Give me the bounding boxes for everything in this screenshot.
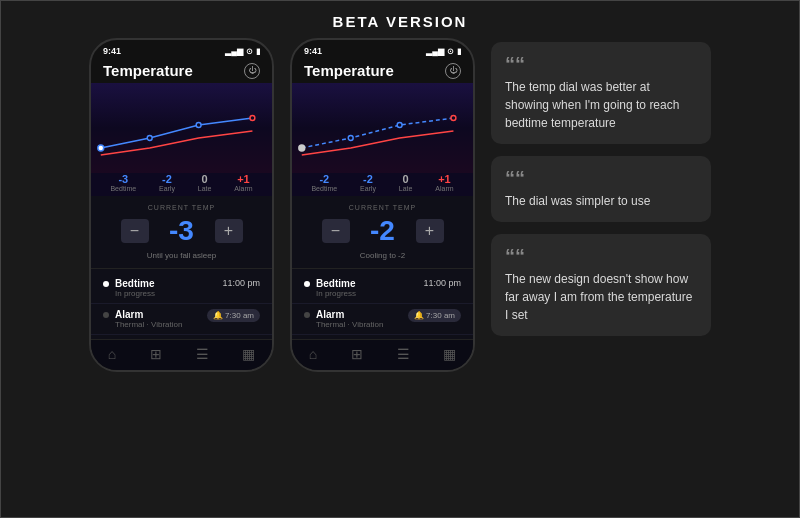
schedule-section-2: Bedtime In progress 11:00 pm Alarm Therm… xyxy=(292,268,473,339)
schedule-info-bedtime-1: Bedtime In progress xyxy=(115,278,216,298)
schedule-sub-alarm-1: Thermal · Vibration xyxy=(115,320,201,329)
label-val-alarm-1: +1 xyxy=(234,173,252,185)
schedule-dot-bedtime-1 xyxy=(103,281,109,287)
quote-card-1: ““ The temp dial was better at showing w… xyxy=(491,42,711,144)
quotes-section: ““ The temp dial was better at showing w… xyxy=(491,38,711,336)
schedule-alarm-2: Alarm Thermal · Vibration 🔔 7:30 am xyxy=(292,304,473,335)
phone-2: 9:41 ▂▄▆ ⊙ ▮ Temperature ⏻ xyxy=(290,38,475,372)
label-val-bedtime-1: -3 xyxy=(110,173,136,185)
nav-home-1[interactable]: ⌂ xyxy=(108,346,116,362)
label-name-early-2: Early xyxy=(360,185,376,192)
temp-minus-1[interactable]: − xyxy=(121,219,149,243)
schedule-name-alarm-2: Alarm xyxy=(316,309,402,320)
power-icon-1[interactable]: ⏻ xyxy=(244,63,260,79)
status-bar-2: 9:41 ▂▄▆ ⊙ ▮ xyxy=(292,40,473,58)
label-val-alarm-2: +1 xyxy=(435,173,453,185)
schedule-dot-alarm-1 xyxy=(103,312,109,318)
schedule-badge-alarm-2: 🔔 7:30 am xyxy=(408,309,461,322)
svg-point-7 xyxy=(451,116,456,121)
schedule-section-1: Bedtime In progress 11:00 pm Alarm Therm… xyxy=(91,268,272,339)
svg-point-4 xyxy=(299,145,305,151)
svg-point-2 xyxy=(196,123,201,128)
schedule-dot-alarm-2 xyxy=(304,312,310,318)
temp-sub-1: Until you fall asleep xyxy=(103,251,260,260)
label-name-alarm-2: Alarm xyxy=(435,185,453,192)
svg-point-3 xyxy=(250,116,255,121)
signal-icon-2: ▂▄▆ xyxy=(426,47,444,56)
label-name-late-2: Late xyxy=(399,185,413,192)
bottom-nav-2: ⌂ ⊞ ☰ ▦ xyxy=(292,339,473,370)
schedule-sub-alarm-2: Thermal · Vibration xyxy=(316,320,402,329)
quote-mark-1: ““ xyxy=(505,54,697,74)
schedule-name-bedtime-1: Bedtime xyxy=(115,278,216,289)
page-title: BETA VERSION xyxy=(333,1,468,38)
schedule-name-bedtime-2: Bedtime xyxy=(316,278,417,289)
chart-labels-2: -2 Bedtime -2 Early 0 Late +1 Alarm xyxy=(292,173,473,196)
schedule-badge-alarm-1: 🔔 7:30 am xyxy=(207,309,260,322)
temp-minus-2[interactable]: − xyxy=(322,219,350,243)
temp-title-2: Temperature xyxy=(304,62,394,79)
nav-grid-2[interactable]: ⊞ xyxy=(351,346,363,362)
status-icons-2: ▂▄▆ ⊙ ▮ xyxy=(426,47,461,56)
label-name-early-1: Early xyxy=(159,185,175,192)
chart-labels-1: -3 Bedtime -2 Early 0 Late +1 Alarm xyxy=(91,173,272,196)
bottom-nav-1: ⌂ ⊞ ☰ ▦ xyxy=(91,339,272,370)
schedule-bedtime-1: Bedtime In progress 11:00 pm xyxy=(91,273,272,304)
phone-header-1: Temperature ⏻ xyxy=(91,58,272,83)
phone-1: 9:41 ▂▄▆ ⊙ ▮ Temperature ⏻ xyxy=(89,38,274,372)
nav-chart-2[interactable]: ▦ xyxy=(443,346,456,362)
current-temp-section-1: CURRENT TEMP − -3 + Until you fall aslee… xyxy=(91,196,272,268)
label-name-alarm-1: Alarm xyxy=(234,185,252,192)
label-val-bedtime-2: -2 xyxy=(311,173,337,185)
svg-point-5 xyxy=(348,136,353,141)
wifi-icon-2: ⊙ xyxy=(447,47,454,56)
current-temp-label-2: CURRENT TEMP xyxy=(304,204,461,211)
quote-mark-2: ““ xyxy=(505,168,697,188)
temp-sub-2: Cooling to -2 xyxy=(304,251,461,260)
nav-home-2[interactable]: ⌂ xyxy=(309,346,317,362)
svg-point-6 xyxy=(397,123,402,128)
quote-card-3: ““ The new design doesn't show how far a… xyxy=(491,234,711,336)
battery-icon-1: ▮ xyxy=(256,47,260,56)
label-val-early-1: -2 xyxy=(159,173,175,185)
schedule-info-bedtime-2: Bedtime In progress xyxy=(316,278,417,298)
quote-text-1: The temp dial was better at showing when… xyxy=(505,78,697,132)
label-val-late-1: 0 xyxy=(198,173,212,185)
wifi-icon-1: ⊙ xyxy=(246,47,253,56)
temp-title-1: Temperature xyxy=(103,62,193,79)
quote-card-2: ““ The dial was simpler to use xyxy=(491,156,711,222)
schedule-time-bedtime-1: 11:00 pm xyxy=(222,278,260,288)
schedule-alarm-1: Alarm Thermal · Vibration 🔔 7:30 am xyxy=(91,304,272,335)
power-icon-2[interactable]: ⏻ xyxy=(445,63,461,79)
label-val-late-2: 0 xyxy=(399,173,413,185)
current-temp-label-1: CURRENT TEMP xyxy=(103,204,260,211)
nav-chart-1[interactable]: ▦ xyxy=(242,346,255,362)
nav-grid-1[interactable]: ⊞ xyxy=(150,346,162,362)
quote-mark-3: ““ xyxy=(505,246,697,266)
label-name-bedtime-2: Bedtime xyxy=(311,185,337,192)
schedule-sub-bedtime-2: In progress xyxy=(316,289,417,298)
chart-2 xyxy=(292,83,473,173)
svg-point-1 xyxy=(147,136,152,141)
schedule-info-alarm-1: Alarm Thermal · Vibration xyxy=(115,309,201,329)
schedule-sub-bedtime-1: In progress xyxy=(115,289,216,298)
nav-menu-2[interactable]: ☰ xyxy=(397,346,410,362)
status-bar-1: 9:41 ▂▄▆ ⊙ ▮ xyxy=(91,40,272,58)
svg-point-0 xyxy=(98,145,104,151)
label-name-late-1: Late xyxy=(198,185,212,192)
temp-value-1: -3 xyxy=(157,215,207,247)
nav-menu-1[interactable]: ☰ xyxy=(196,346,209,362)
temp-controls-2: − -2 + xyxy=(304,215,461,247)
schedule-info-alarm-2: Alarm Thermal · Vibration xyxy=(316,309,402,329)
current-temp-section-2: CURRENT TEMP − -2 + Cooling to -2 xyxy=(292,196,473,268)
time-2: 9:41 xyxy=(304,46,322,56)
label-val-early-2: -2 xyxy=(360,173,376,185)
temp-plus-1[interactable]: + xyxy=(215,219,243,243)
temp-plus-2[interactable]: + xyxy=(416,219,444,243)
schedule-bedtime-2: Bedtime In progress 11:00 pm xyxy=(292,273,473,304)
status-icons-1: ▂▄▆ ⊙ ▮ xyxy=(225,47,260,56)
temp-value-2: -2 xyxy=(358,215,408,247)
chart-1 xyxy=(91,83,272,173)
phone-header-2: Temperature ⏻ xyxy=(292,58,473,83)
quote-text-2: The dial was simpler to use xyxy=(505,192,697,210)
